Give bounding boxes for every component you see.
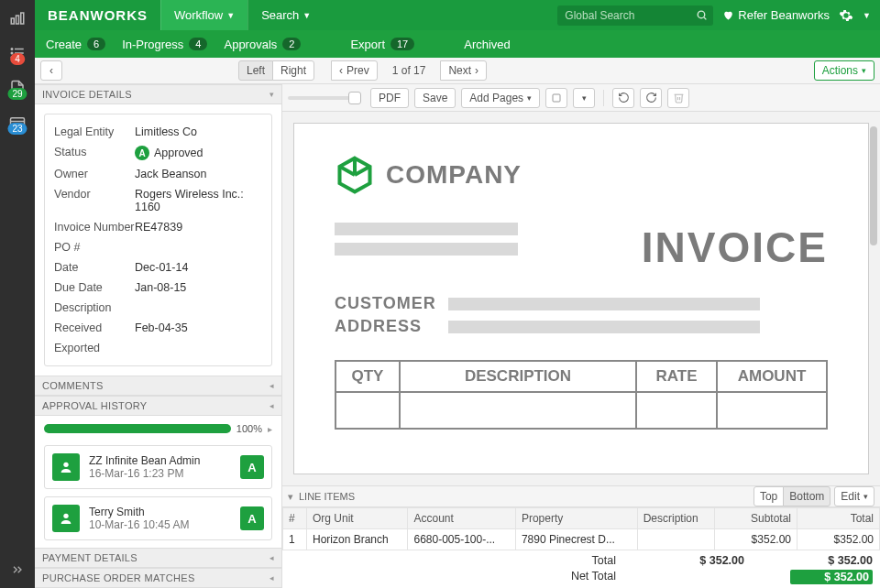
col-account[interactable]: Account [408,508,515,529]
totals: Total$ 352.00$ 352.00 Net Total$ 352.00 [282,550,880,588]
top-bar: BEANWORKS Workflow▼ Search▼ Refer Beanwo… [35,0,880,30]
page-toolbar: ‹ Left Right ‹Prev 1 of 17 Next› Actions… [35,58,880,84]
chevron-right-icon[interactable]: ▸ [268,424,272,434]
company-name: COMPANY [386,160,522,190]
edit-button[interactable]: Edit ▾ [834,486,874,506]
global-search-input[interactable] [557,5,713,26]
col-num[interactable]: # [283,508,307,529]
approval-history-header[interactable]: APPROVAL HISTORY◂ [35,396,281,416]
document-viewer[interactable]: COMPANY INVOICE CUSTOMER ADDRESS [282,112,880,485]
chevron-right-icon: › [475,64,478,77]
tab-create[interactable]: Create6 [46,38,105,51]
value-owner: Jack Beanson [135,168,262,180]
chevron-left-icon: ‹ [339,64,343,77]
tab-inprogress[interactable]: In-Progress4 [122,38,207,51]
scrollbar[interactable] [870,126,877,245]
add-pages-button[interactable]: Add Pages ▾ [461,88,540,108]
col-org[interactable]: Org Unit [307,508,408,529]
table-row[interactable]: 1 Horizon Branch 6680-005-100-... 7890 P… [283,529,880,550]
col-rate: RATE [637,362,718,391]
line-items-header: ▾ LINE ITEMS Top Bottom Edit ▾ [282,485,880,507]
tab-approvals[interactable]: Approvals2 [224,38,301,51]
bottom-button[interactable]: Bottom [783,486,830,506]
svg-rect-0 [11,18,14,24]
approval-progress: 100% ▸ [35,416,281,441]
back-button[interactable]: ‹ [40,60,62,81]
brand-logo[interactable]: BEANWORKS [35,0,160,30]
col-subtotal[interactable]: Subtotal [715,508,798,529]
actions-button[interactable]: Actions▾ [814,60,874,81]
col-description: DESCRIPTION [401,362,637,391]
save-button[interactable]: Save [414,88,456,108]
address-label: ADDRESS [335,317,435,336]
svg-line-12 [704,17,706,19]
menu-workflow[interactable]: Workflow▼ [160,0,248,30]
expand-icon[interactable] [8,561,27,579]
label-due-date: Due Date [54,281,135,294]
value-date: Dec-01-14 [135,261,262,274]
payment-details-header[interactable]: PAYMENT DETAILS◂ [35,548,281,568]
col-total[interactable]: Total [798,508,880,529]
value-po [135,241,262,254]
net-total-label: Net Total [534,570,616,584]
svg-point-11 [698,11,706,18]
refer-link[interactable]: Refer Beanworks [722,8,830,22]
right-pane: PDF Save Add Pages ▾ ▾ [282,84,880,588]
value-description [135,301,262,314]
prev-button[interactable]: ‹Prev [331,60,378,81]
chevron-left-icon: ◂ [270,401,274,410]
col-property[interactable]: Property [515,508,637,529]
placeholder-lines [335,223,518,256]
value-status: AApproved [135,146,262,160]
undo-button[interactable] [612,88,634,108]
label-po: PO # [54,241,135,254]
search-icon[interactable] [696,9,708,21]
chevron-left-icon: ‹ [50,64,53,77]
invoice-details-header[interactable]: INVOICE DETAILS▾ [35,84,281,104]
label-invoice-number: Invoice Number [54,221,135,234]
col-description[interactable]: Description [637,508,714,529]
layout-right-button[interactable]: Right [272,60,314,81]
chevron-left-icon: ◂ [270,553,274,562]
cube-icon [335,155,375,195]
checkbox-button[interactable] [545,88,567,108]
document-toolbar: PDF Save Add Pages ▾ ▾ [282,84,880,112]
next-button[interactable]: Next› [440,60,487,81]
menu-search[interactable]: Search▼ [248,0,324,30]
tab-archived[interactable]: Archived [464,38,511,51]
approval-badge: A [240,455,264,479]
approval-item[interactable]: Terry Smith10-Mar-16 10:45 AM A [44,496,272,540]
approval-item[interactable]: ZZ Infinite Bean Admin16-Mar-16 1:23 PM … [44,445,272,489]
caret-down-icon: ▾ [862,66,866,75]
label-owner: Owner [54,168,135,180]
label-received: Received [54,321,135,334]
heart-icon [722,9,734,21]
po-matches-header[interactable]: PURCHASE ORDER MATCHES◂ [35,568,281,588]
document-badge: 29 [7,88,27,100]
value-legal-entity: Limitless Co [135,125,262,138]
chevron-left-icon: ◂ [270,381,274,390]
col-amount: AMOUNT [718,362,826,391]
approver-time: 16-Mar-16 1:23 PM [89,467,231,480]
left-pane: INVOICE DETAILS▾ Legal EntityLimitless C… [35,84,282,588]
redo-button[interactable] [640,88,662,108]
comments-header[interactable]: COMMENTS◂ [35,376,281,396]
gear-icon[interactable] [839,8,853,23]
invoice-details-card: Legal EntityLimitless Co StatusAApproved… [44,114,272,366]
zoom-slider[interactable] [288,96,361,100]
pdf-button[interactable]: PDF [370,88,409,108]
approver-name: ZZ Infinite Bean Admin [89,454,231,467]
label-status: Status [54,146,135,160]
value-exported [135,342,262,354]
chart-icon[interactable] [8,9,27,27]
layout-left-button[interactable]: Left [238,60,273,81]
tab-export[interactable]: Export17 [350,38,414,51]
delete-button[interactable] [667,88,689,108]
caret-down-icon[interactable]: ▾ [288,491,293,503]
value-received: Feb-04-35 [135,321,262,334]
caret-down-icon[interactable]: ▼ [863,11,871,20]
approval-percent: 100% [236,423,262,434]
caret-button[interactable]: ▾ [573,88,595,108]
svg-rect-15 [553,94,560,102]
top-button[interactable]: Top [754,486,784,506]
